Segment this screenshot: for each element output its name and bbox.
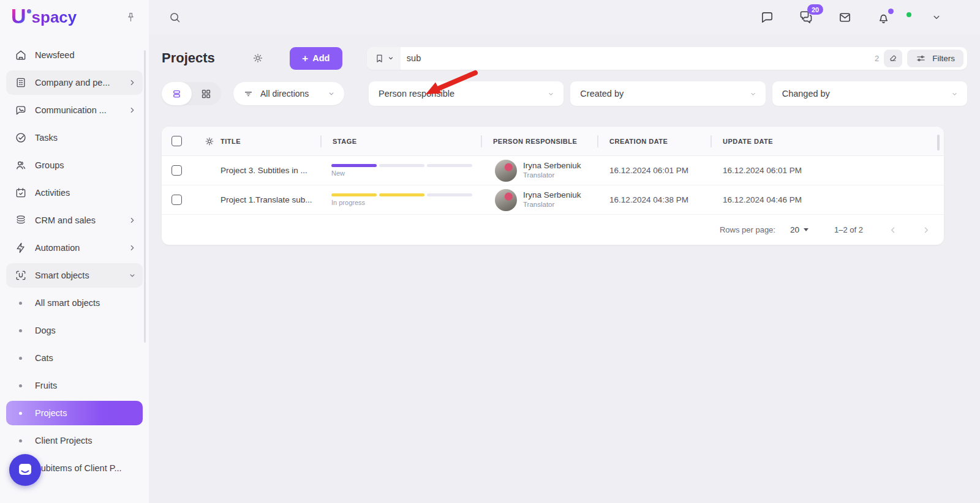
sidebar: U spacy Newsfeed Company and pe... Commu… [0, 0, 149, 503]
list-view-icon [171, 88, 183, 100]
uspacy-logo[interactable]: U spacy [11, 7, 77, 28]
table-search-bar: 2 Filters [367, 47, 967, 70]
filter-select-label: Person responsible [379, 89, 454, 99]
chevron-right-icon [128, 216, 137, 225]
directions-dropdown[interactable]: All directions [233, 82, 344, 105]
page-header: Projects + Add 2 [162, 47, 967, 70]
global-search-icon[interactable] [168, 11, 181, 24]
chevron-down-icon [951, 90, 959, 98]
previous-page-button[interactable] [888, 225, 899, 236]
clear-search-eraser-icon[interactable] [884, 50, 902, 67]
home-icon [14, 49, 27, 62]
grid-view-toggle[interactable] [192, 82, 222, 105]
bullet-icon [19, 412, 22, 415]
sidebar-item-communication[interactable]: Communication ... [6, 98, 143, 122]
column-divider [481, 135, 482, 147]
sidebar-item-projects[interactable]: Projects [6, 401, 143, 425]
table-body: Project 3. Subtitles in ... New Iryna Se… [162, 156, 944, 215]
chevron-down-icon [128, 271, 137, 280]
sliders-icon [916, 53, 926, 64]
sidebar-item-groups[interactable]: Groups [6, 153, 143, 177]
column-header-person[interactable]: PERSON RESPONSIBLE [481, 127, 597, 155]
comm-icon [14, 104, 27, 117]
saved-search-bookmark[interactable] [367, 47, 401, 70]
bookmark-chevron-down-icon [387, 54, 394, 62]
column-header-title[interactable]: TITLE [221, 127, 320, 155]
sidebar-header: U spacy [0, 0, 149, 34]
rows-per-page-select[interactable]: 20 [790, 225, 809, 234]
stage-progress-bar [331, 164, 481, 167]
smart-icon [14, 269, 27, 282]
bullet-icon [19, 357, 22, 360]
sidebar-item-client-projects[interactable]: Client Projects [6, 428, 143, 453]
search-input[interactable] [401, 53, 875, 63]
stage-segment [331, 193, 377, 196]
filter-select-person-responsible[interactable]: Person responsible [369, 81, 564, 106]
sidebar-item-crm-and-sales[interactable]: CRM and sales [6, 208, 143, 233]
person-name[interactable]: Iryna Serbeniuk [523, 190, 581, 201]
profile-chevron-down-icon[interactable] [931, 12, 942, 23]
chevron-down-icon [327, 89, 336, 98]
filter-selects: Person responsible Created by Changed by [369, 81, 967, 106]
creation-date: 16.12.2024 06:01 PM [597, 166, 710, 175]
sidebar-item-cats[interactable]: Cats [6, 346, 143, 370]
notifications-bell-icon[interactable] [876, 10, 891, 24]
app-window: U spacy Newsfeed Company and pe... Commu… [0, 0, 980, 503]
sidebar-item-activities[interactable]: Activities [6, 181, 143, 205]
person-name[interactable]: Iryna Serbeniuk [523, 161, 581, 171]
add-button-label: Add [312, 53, 330, 63]
sidebar-item-label: Company and pe... [35, 78, 128, 88]
page-settings-gear-icon[interactable] [252, 52, 264, 64]
chevron-down-icon [547, 90, 555, 98]
filter-select-created-by[interactable]: Created by [570, 81, 765, 106]
sidebar-item-tasks[interactable]: Tasks [6, 125, 143, 150]
sidebar-nav: Newsfeed Company and pe... Communication… [0, 34, 149, 480]
table-settings-gear-icon[interactable] [196, 136, 221, 147]
sidebar-item-smart-objects[interactable]: Smart objects [6, 263, 143, 288]
person-avatar[interactable] [495, 160, 517, 182]
stage-segment [331, 164, 377, 167]
sidebar-item-automation[interactable]: Automation [6, 236, 143, 260]
filters-button-label: Filters [932, 54, 955, 63]
plus-icon: + [302, 53, 308, 64]
sidebar-item-all-smart-objects[interactable]: All smart objects [6, 291, 143, 315]
add-button[interactable]: + Add [290, 47, 342, 70]
table-row[interactable]: Project 1.Translate sub... In progress I… [162, 185, 944, 215]
sidebar-item-fruits[interactable]: Fruits [6, 373, 143, 398]
topbar: 20 [149, 0, 980, 34]
intercom-launcher-button[interactable] [9, 454, 41, 486]
row-checkbox[interactable] [172, 165, 182, 176]
bolt-icon [14, 242, 27, 255]
person-avatar[interactable] [495, 189, 517, 211]
select-all-checkbox[interactable] [172, 136, 182, 146]
column-header-update-date[interactable]: UPDATE DATE [710, 127, 944, 155]
funnel-lines-icon [243, 89, 254, 99]
sidebar-scrollbar[interactable] [144, 50, 146, 343]
chevron-right-icon [128, 78, 137, 87]
sidebar-item-company-and-pe[interactable]: Company and pe... [6, 70, 143, 95]
pin-sidebar-icon[interactable] [125, 12, 137, 23]
table-row[interactable]: Project 3. Subtitles in ... New Iryna Se… [162, 156, 944, 185]
column-header-stage[interactable]: STAGE [320, 127, 481, 155]
person-role: Translator [523, 171, 581, 180]
sidebar-item-label: Fruits [35, 381, 137, 390]
row-checkbox[interactable] [172, 195, 182, 205]
sidebar-item-dogs[interactable]: Dogs [6, 318, 143, 343]
directions-label: All directions [260, 89, 309, 99]
logo-text: spacy [32, 7, 77, 28]
chevron-right-icon [128, 106, 137, 114]
sidebar-item-newsfeed[interactable]: Newsfeed [6, 43, 143, 67]
messenger-icon[interactable]: 20 [799, 10, 813, 24]
next-page-button[interactable] [921, 225, 932, 236]
update-date: 16.12.2024 06:01 PM [710, 166, 944, 175]
list-view-toggle[interactable] [162, 82, 192, 105]
building-icon [14, 76, 27, 89]
mail-icon[interactable] [838, 10, 852, 24]
search-match-count: 2 [875, 54, 879, 63]
topbar-actions: 20 [760, 10, 942, 24]
filters-button[interactable]: Filters [907, 50, 963, 67]
filter-select-changed-by[interactable]: Changed by [772, 81, 967, 106]
comments-icon[interactable] [760, 10, 774, 24]
table-scrollbar-thumb[interactable] [937, 135, 940, 151]
column-header-creation-date[interactable]: CREATION DATE [597, 127, 710, 155]
